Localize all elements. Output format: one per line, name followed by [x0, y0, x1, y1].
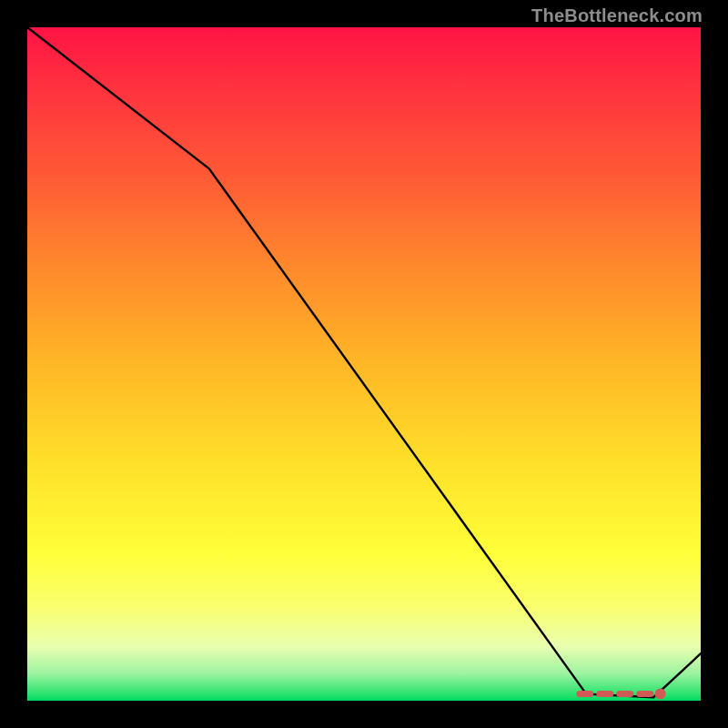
- marker-dot: [655, 689, 666, 700]
- data-line: [27, 27, 701, 697]
- chart-overlay: [27, 27, 701, 701]
- watermark-text: TheBottleneck.com: [531, 5, 703, 26]
- chart-frame: TheBottleneck.com: [0, 0, 728, 728]
